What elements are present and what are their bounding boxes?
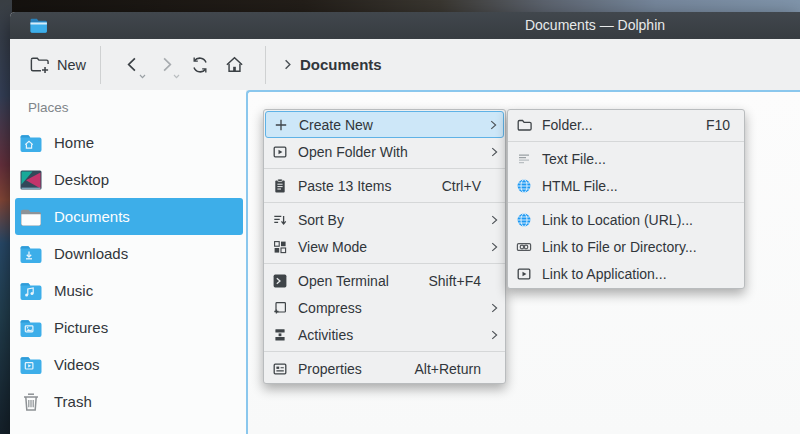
- folder-downloads-icon: [19, 242, 43, 266]
- submenu-item-text-file[interactable]: Text File...: [508, 145, 744, 172]
- submenu-item-folder[interactable]: Folder... F10: [508, 111, 744, 138]
- sidebar-item-music[interactable]: Music: [15, 272, 243, 309]
- menu-item-create-new[interactable]: Create New: [265, 111, 504, 138]
- folder-home-icon: [19, 131, 43, 155]
- activities-icon: [272, 327, 288, 343]
- menu-item-view-mode[interactable]: View Mode: [264, 233, 505, 260]
- forward-button[interactable]: [153, 50, 179, 80]
- breadcrumb-chevron-icon: [280, 57, 295, 72]
- toolbar-separator: [265, 46, 266, 84]
- back-button[interactable]: [119, 50, 145, 80]
- menu-separator: [264, 168, 505, 169]
- submenu-arrow-icon: [481, 145, 501, 159]
- sidebar-item-label: Home: [54, 134, 94, 151]
- sidebar-item-pictures[interactable]: Pictures: [15, 309, 243, 346]
- new-folder-icon: [29, 54, 50, 75]
- submenu-arrow-icon: [481, 328, 501, 342]
- submenu-item-link-to-location[interactable]: Link to Location (URL)...: [508, 206, 744, 233]
- menu-separator: [264, 202, 505, 203]
- places-panel: Places Home: [10, 90, 246, 434]
- folder-music-icon: [19, 279, 43, 303]
- sidebar-item-label: Videos: [54, 356, 100, 373]
- new-button-label: New: [57, 57, 86, 73]
- folder-documents-icon: [19, 205, 43, 229]
- toolbar: New: [10, 39, 800, 90]
- sidebar-item-downloads[interactable]: Downloads: [15, 235, 243, 272]
- open-with-icon: [272, 144, 288, 160]
- titlebar[interactable]: Documents — Dolphin: [10, 12, 800, 39]
- submenu-arrow-icon: [481, 240, 501, 254]
- menu-item-activities[interactable]: Activities: [264, 321, 505, 348]
- menu-separator: [508, 202, 744, 203]
- view-mode-icon: [272, 239, 288, 255]
- paste-icon: [272, 178, 288, 194]
- refresh-button[interactable]: [187, 50, 213, 80]
- sidebar-item-desktop[interactable]: Desktop: [15, 161, 243, 198]
- link-icon: [516, 239, 532, 255]
- submenu-item-link-to-file[interactable]: Link to File or Directory...: [508, 233, 744, 260]
- shortcut-label: Shift+F4: [428, 273, 481, 289]
- folder-icon: [516, 117, 532, 133]
- menu-separator: [264, 351, 505, 352]
- folder-videos-icon: [19, 353, 43, 377]
- sidebar-item-label: Music: [54, 282, 93, 299]
- submenu-arrow-icon: [481, 301, 501, 315]
- shortcut-label: Ctrl+V: [442, 178, 481, 194]
- context-menu: Create New Open Folder With: [263, 109, 506, 384]
- submenu-arrow-icon: [480, 118, 500, 132]
- desktop-icon: [19, 168, 43, 192]
- properties-icon: [272, 361, 288, 377]
- menu-item-sort-by[interactable]: Sort By: [264, 206, 505, 233]
- menu-item-paste[interactable]: Paste 13 Items Ctrl+V: [264, 172, 505, 199]
- folder-pictures-icon: [19, 316, 43, 340]
- home-button[interactable]: [221, 50, 247, 80]
- sidebar-item-videos[interactable]: Videos: [15, 346, 243, 383]
- sort-icon: [272, 212, 288, 228]
- window-title: Documents — Dolphin: [525, 12, 665, 39]
- menu-item-compress[interactable]: Compress: [264, 294, 505, 321]
- sidebar-item-label: Downloads: [54, 245, 128, 262]
- toolbar-separator: [100, 46, 101, 84]
- sidebar-item-label: Pictures: [54, 319, 108, 336]
- app-window-icon: [516, 266, 532, 282]
- create-new-submenu: Folder... F10 Text File... HTML File...: [507, 109, 745, 289]
- menu-item-properties[interactable]: Properties Alt+Return: [264, 355, 505, 382]
- sidebar-item-label: Trash: [54, 393, 92, 410]
- places-header: Places: [28, 98, 246, 118]
- sidebar-item-documents[interactable]: Documents: [15, 198, 243, 235]
- new-button[interactable]: New: [29, 54, 86, 75]
- menu-item-open-folder-with[interactable]: Open Folder With: [264, 138, 505, 165]
- sidebar-item-label: Documents: [54, 208, 130, 225]
- plus-icon: [273, 117, 289, 133]
- sidebar-item-label: Desktop: [54, 171, 109, 188]
- shortcut-label: F10: [706, 117, 730, 133]
- forward-dropdown-caret[interactable]: [173, 74, 180, 79]
- menu-separator: [264, 263, 505, 264]
- back-dropdown-caret[interactable]: [139, 74, 146, 79]
- breadcrumb-item-documents[interactable]: Documents: [300, 56, 382, 73]
- globe-icon: [516, 212, 532, 228]
- submenu-arrow-icon: [481, 213, 501, 227]
- submenu-item-html-file[interactable]: HTML File...: [508, 172, 744, 199]
- shortcut-label: Alt+Return: [414, 361, 481, 377]
- text-file-icon: [516, 151, 532, 167]
- trash-icon: [19, 390, 43, 414]
- menu-item-open-terminal[interactable]: Open Terminal Shift+F4: [264, 267, 505, 294]
- menu-separator: [508, 141, 744, 142]
- compress-icon: [272, 300, 288, 316]
- terminal-icon: [272, 273, 288, 289]
- breadcrumb: Documents: [280, 56, 382, 73]
- submenu-item-link-to-application[interactable]: Link to Application...: [508, 260, 744, 287]
- globe-icon: [516, 178, 532, 194]
- sidebar-item-home[interactable]: Home: [15, 124, 243, 161]
- sidebar-item-trash[interactable]: Trash: [15, 383, 243, 420]
- dolphin-app-icon: [29, 16, 48, 35]
